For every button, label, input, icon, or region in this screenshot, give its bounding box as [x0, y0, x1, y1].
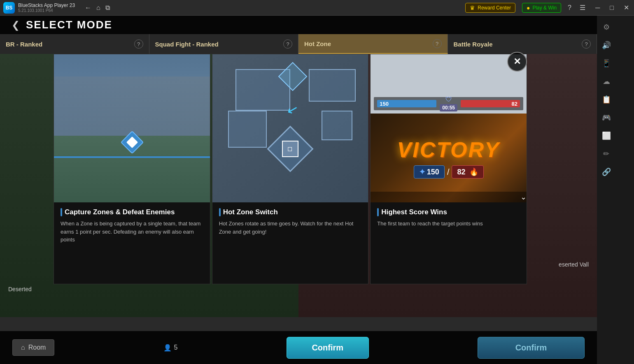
map-diamond-inner: ◇ — [282, 141, 298, 157]
reward-center-button[interactable]: ♛ Reward Center — [465, 3, 515, 13]
card2-title: Hot Zone Switch — [223, 208, 278, 216]
card1-title: Capture Zones & Defeat Enemies — [65, 208, 175, 216]
squad-fight-help-icon[interactable]: ? — [283, 39, 292, 49]
hamburger-icon[interactable]: ☰ — [578, 4, 587, 12]
app-logo: BS — [3, 2, 15, 14]
blue-team-score: 150 — [377, 100, 436, 107]
tab-br-ranked-label: BR - Ranked — [6, 41, 42, 48]
player-icon: 👤 — [163, 344, 172, 352]
map-room-4 — [322, 111, 353, 140]
home-icon: ⌂ — [21, 344, 25, 351]
crown-icon: ♛ — [470, 5, 475, 11]
card3-description: The first team to reach the target point… — [377, 220, 520, 228]
final-score-badges: ✦ 150 / 82 🔥 — [414, 165, 484, 179]
chevron-down-icon: ⌄⌄ — [520, 193, 527, 201]
close-icon[interactable]: ✕ — [622, 4, 631, 12]
star-icon: ✦ — [419, 167, 425, 176]
info-cards-container: Capture Zones & Defeat Enemies When a Zo… — [54, 54, 527, 284]
nav-icons: ← ⌂ ⧉ — [85, 4, 110, 12]
sidebar-sound-icon[interactable]: 🔊 — [599, 38, 614, 53]
final-blue-score: ✦ 150 — [414, 165, 445, 179]
sidebar-settings-icon[interactable]: ⚙ — [599, 20, 614, 35]
right-sidebar: ⚙ 🔊 📱 ☁ 📋 🎮 ⬜ ✏ 🔗 — [597, 16, 615, 364]
card1-title-container: Capture Zones & Defeat Enemies — [61, 208, 203, 216]
sidebar-phone-icon[interactable]: 📱 — [599, 56, 614, 71]
card1-info: Capture Zones & Defeat Enemies When a Zo… — [54, 202, 210, 284]
map-room-3 — [228, 111, 267, 148]
tabs-nav-icon[interactable]: ⧉ — [105, 4, 110, 12]
app-version: 5.21.103.1001 P64 — [18, 8, 75, 13]
bottom-action-bar: ⌂ Room 👤 5 Confirm Confirm — [0, 331, 597, 364]
player-count: 👤 5 — [163, 344, 178, 352]
play-win-button[interactable]: ● Play & Win — [522, 3, 561, 13]
tab-hot-zone-label: Hot Zone — [304, 40, 331, 47]
fire-icon: 🔥 — [469, 168, 478, 176]
maximize-icon[interactable]: □ — [608, 4, 615, 12]
tab-br-ranked[interactable]: BR - Ranked ? — [0, 34, 149, 54]
card3-info: Highest Score Wins The first team to rea… — [371, 202, 527, 284]
confirm-button-right[interactable]: Confirm — [478, 337, 585, 359]
hot-zone-help-icon[interactable]: ? — [433, 39, 442, 48]
bg-panel-left-label: Deserted — [8, 286, 32, 292]
card2-image: ↙ ◇ — [212, 54, 368, 202]
player-count-value: 5 — [174, 344, 178, 351]
title-bar: BS BlueStacks App Player 23 5.21.103.100… — [0, 0, 634, 16]
close-modal-button[interactable]: ✕ — [507, 52, 527, 72]
tab-squad-fight-label: Squad Fight - Ranked — [155, 41, 219, 48]
sidebar-link-icon[interactable]: 🔗 — [599, 165, 614, 179]
app-name: BlueStacks App Player 23 — [18, 2, 75, 8]
sidebar-cloud-icon[interactable]: ☁ — [599, 74, 614, 89]
back-nav-icon[interactable]: ← — [85, 4, 91, 12]
sidebar-edit-icon[interactable]: ✏ — [599, 146, 614, 161]
tab-battle-royale-label: Battle Royale — [454, 41, 493, 48]
confirm-button-left[interactable]: Confirm — [287, 337, 369, 359]
page-title: SELECT MODE — [26, 19, 112, 31]
card3-image: 150 🛡 00:55 82 — [371, 54, 527, 202]
sidebar-macro-icon[interactable]: ⬜ — [599, 128, 614, 143]
tab-battle-royale[interactable]: Battle Royale ? — [448, 34, 597, 54]
info-card-highest-score: 150 🛡 00:55 82 — [370, 54, 527, 284]
chevron-container: ⌄⌄ — [371, 192, 527, 202]
victory-text: VICTORY — [397, 137, 500, 162]
mode-tabs: BR - Ranked ? Squad Fight - Ranked ? Hot… — [0, 34, 597, 54]
play-win-label: Play & Win — [532, 5, 557, 11]
shield-small-icon: 🛡 — [445, 96, 452, 103]
map-room-2 — [309, 69, 356, 102]
card1-image — [54, 54, 210, 202]
minimize-icon[interactable]: ─ — [594, 4, 601, 12]
home-nav-icon[interactable]: ⌂ — [96, 4, 100, 12]
score-center: 🛡 00:55 — [440, 96, 457, 111]
game-area: ❮ SELECT MODE BR - Ranked ? Squad Fight … — [0, 16, 615, 364]
card1-title-accent — [61, 208, 62, 216]
sidebar-clipboard-icon[interactable]: 📋 — [599, 92, 614, 107]
tab-hot-zone[interactable]: Hot Zone ? — [298, 34, 448, 54]
tab-squad-fight[interactable]: Squad Fight - Ranked ? — [149, 34, 299, 54]
play-win-icon: ● — [527, 5, 530, 11]
card1-description: When a Zone is being captured by a singl… — [61, 220, 203, 244]
battle-royale-help-icon[interactable]: ? — [582, 39, 591, 49]
room-button[interactable]: ⌂ Room — [12, 339, 54, 356]
victory-container: VICTORY ✦ 150 / 82 🔥 — [397, 137, 500, 179]
reward-center-label: Reward Center — [478, 5, 511, 11]
card3-title-accent — [377, 208, 379, 216]
score-bar: 150 🛡 00:55 82 — [374, 97, 523, 110]
final-red-score: 82 🔥 — [452, 165, 483, 179]
game-header: ❮ SELECT MODE — [0, 16, 597, 34]
back-button[interactable]: ❮ — [8, 18, 23, 32]
info-card-hot-zone-switch: ↙ ◇ Hot Zone Switch Hot Zones rotat — [212, 54, 369, 284]
score-slash-divider: / — [447, 167, 450, 177]
map-diamond-icon: ◇ — [285, 144, 295, 154]
info-card-capture-zones: Capture Zones & Defeat Enemies When a Zo… — [54, 54, 210, 284]
br-ranked-help-icon[interactable]: ? — [134, 39, 143, 49]
card3-victory-area: VICTORY ✦ 150 / 82 🔥 — [371, 114, 527, 202]
card2-info: Hot Zone Switch Hot Zones rotate as time… — [212, 202, 368, 284]
card3-title-container: Highest Score Wins — [377, 208, 520, 216]
timer-badge: 00:55 — [440, 104, 457, 111]
card3-title: Highest Score Wins — [381, 208, 447, 216]
back-arrow-icon: ❮ — [12, 19, 20, 31]
capture-zone-marker-inner — [126, 137, 138, 148]
help-icon[interactable]: ? — [568, 4, 571, 12]
bg-panel-right-label: eserted Vall — [559, 261, 589, 268]
sidebar-gamepad-icon[interactable]: 🎮 — [599, 110, 614, 125]
title-bar-right: ♛ Reward Center ● Play & Win ? ☰ ─ □ ✕ — [465, 3, 631, 13]
